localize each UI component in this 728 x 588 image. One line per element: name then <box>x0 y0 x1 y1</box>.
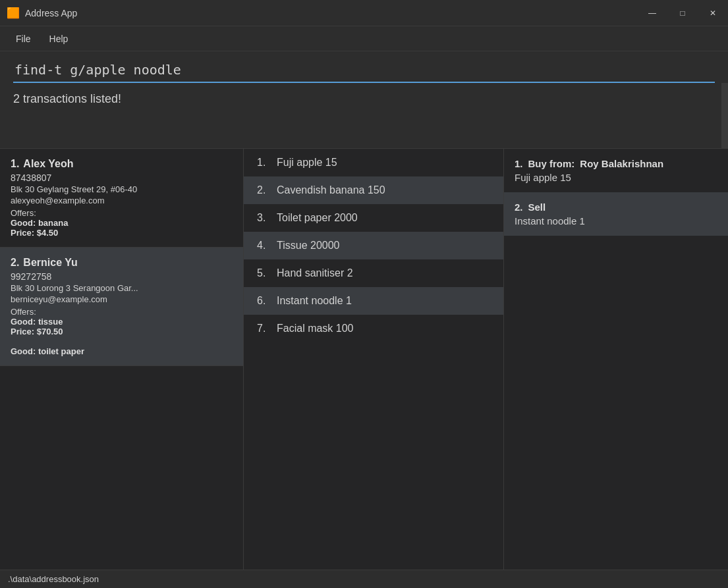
menu-bar: File Help <box>0 26 728 51</box>
good-2-index: 2. <box>257 184 270 196</box>
app-icon: 🟧 <box>7 7 20 19</box>
status-bar: .\data\addressbook.json <box>0 570 728 588</box>
title-bar-left: 🟧 Address App <box>7 7 77 19</box>
command-input[interactable] <box>13 58 715 83</box>
transaction-2-type: Sell <box>528 201 546 213</box>
good-1-index: 1. <box>257 157 270 169</box>
person-1-offer-1: Good: banana <box>11 218 233 228</box>
transaction-1-index: 1. <box>515 158 523 169</box>
person-2-address: Blk 30 Lorong 3 Serangoon Gar... <box>11 283 233 293</box>
good-3-index: 3. <box>257 212 270 224</box>
status-area: 2 transactions listed! <box>0 83 728 149</box>
person-1-phone: 87438807 <box>11 173 233 183</box>
minimize-button[interactable]: — <box>637 0 667 26</box>
good-7-index: 7. <box>257 323 270 334</box>
person-card-2[interactable]: 2. Bernice Yu 99272758 Blk 30 Lorong 3 S… <box>0 248 243 366</box>
good-6-name: Instant noodle 1 <box>277 295 352 307</box>
person-2-offer-1: Good: tissue <box>11 317 233 327</box>
window-controls: — □ ✕ <box>637 0 728 26</box>
person-1-index: 1. <box>11 158 19 170</box>
goods-column: 1. Fuji apple 15 2. Cavendish banana 150… <box>244 149 504 570</box>
good-5-name: Hand sanitiser 2 <box>277 267 353 279</box>
good-item-6[interactable]: 6. Instant noodle 1 <box>244 287 503 315</box>
person-2-offer-2: Price: $70.50 <box>11 327 233 336</box>
good-4-index: 4. <box>257 240 270 252</box>
menu-help[interactable]: Help <box>40 30 78 48</box>
transaction-1-good: Fuji apple 15 <box>515 172 717 183</box>
person-1-offers-label: Offers: <box>11 208 233 218</box>
status-text: 2 transactions listed! <box>13 92 715 106</box>
good-4-name: Tissue 20000 <box>277 240 339 252</box>
good-7-name: Facial mask 100 <box>277 323 354 334</box>
good-item-5[interactable]: 5. Hand sanitiser 2 <box>244 259 503 287</box>
person-2-name: Bernice Yu <box>23 257 77 269</box>
main-content: 1. Alex Yeoh 87438807 Blk 30 Geylang Str… <box>0 149 728 570</box>
close-button[interactable]: ✕ <box>698 0 728 26</box>
app-title: Address App <box>25 8 77 18</box>
person-2-offer-3 <box>11 336 233 346</box>
transaction-1-type: Buy from: <box>528 158 575 169</box>
good-3-name: Toilet paper 2000 <box>277 212 358 224</box>
good-2-name: Cavendish banana 150 <box>277 184 385 196</box>
status-bar-path: .\data\addressbook.json <box>8 574 99 584</box>
good-item-2[interactable]: 2. Cavendish banana 150 <box>244 176 503 204</box>
good-item-3[interactable]: 3. Toilet paper 2000 <box>244 204 503 232</box>
person-1-offer-2: Price: $4.50 <box>11 228 233 238</box>
maximize-button[interactable]: □ <box>667 0 698 26</box>
person-1-name: Alex Yeoh <box>23 158 73 170</box>
good-5-index: 5. <box>257 267 270 279</box>
person-card-1[interactable]: 1. Alex Yeoh 87438807 Blk 30 Geylang Str… <box>0 149 243 248</box>
person-2-offer-4: Good: toilet paper <box>11 346 233 356</box>
command-area <box>0 51 728 83</box>
persons-column: 1. Alex Yeoh 87438807 Blk 30 Geylang Str… <box>0 149 244 570</box>
good-item-7[interactable]: 7. Facial mask 100 <box>244 315 503 342</box>
good-item-1[interactable]: 1. Fuji apple 15 <box>244 149 503 176</box>
transaction-item-2[interactable]: 2. Sell Instant noodle 1 <box>504 192 728 236</box>
transaction-item-1[interactable]: 1. Buy from: Roy Balakrishnan Fuji apple… <box>504 149 728 192</box>
transaction-1-person: Roy Balakrishnan <box>580 158 663 169</box>
transactions-column: 1. Buy from: Roy Balakrishnan Fuji apple… <box>504 149 728 570</box>
person-2-offers-label: Offers: <box>11 307 233 317</box>
person-2-phone: 99272758 <box>11 271 233 282</box>
status-scrollbar[interactable] <box>721 83 728 148</box>
title-bar: 🟧 Address App — □ ✕ <box>0 0 728 26</box>
person-1-email: alexyeoh@example.com <box>11 196 233 205</box>
transaction-2-good: Instant noodle 1 <box>515 215 717 227</box>
good-6-index: 6. <box>257 295 270 307</box>
person-2-email: berniceyu@example.com <box>11 294 233 304</box>
good-1-name: Fuji apple 15 <box>277 157 337 169</box>
person-2-index: 2. <box>11 257 19 269</box>
good-item-4[interactable]: 4. Tissue 20000 <box>244 232 503 259</box>
menu-file[interactable]: File <box>7 30 40 48</box>
person-1-address: Blk 30 Geylang Street 29, #06-40 <box>11 184 233 194</box>
transaction-2-index: 2. <box>515 201 523 213</box>
